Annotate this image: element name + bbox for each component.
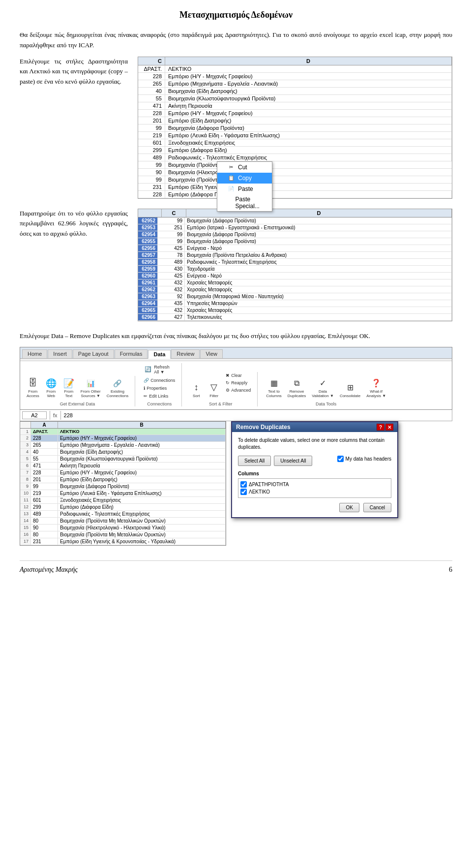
formula-icon: fx bbox=[53, 412, 58, 418]
tab-page-layout[interactable]: Page Layout bbox=[73, 349, 114, 358]
lower-section: A B 1 ΔΡΑΣΤ. ΛΕΚΤΙΚΟ 2 228 Εμπόριο (Η/Υ … bbox=[20, 421, 452, 546]
ribbon-btn-consolidate[interactable]: ⊞ Consolidate bbox=[337, 380, 363, 400]
table-row: 228 Εμπόριο (Η/Υ - Μηχανές Γραφείου) bbox=[138, 73, 452, 80]
dialog-columns-list: ΔΡΑΣΤΗΡΙΟΤΗΤΑ ΛΕΚΤΙΚΟ bbox=[238, 478, 391, 498]
cut-icon: ✂ bbox=[227, 163, 235, 171]
paragraph-4: Επιλέγουμε Data – Remove Duplicates και … bbox=[20, 331, 452, 341]
table-row: 231 Εμπόριο (Είδη Υγιεινής & Κρ... bbox=[138, 184, 452, 191]
table-row: 16 80 Βιομηχανία (Προϊόντα Μη Μεταλλικών… bbox=[20, 531, 226, 538]
ribbon-group-sort-filter: ↕ Sort ▽ Filter ✖ Clear ↻ Reapply bbox=[186, 372, 258, 406]
dialog-title: Remove Duplicates bbox=[236, 424, 291, 431]
table-row: 62961 432 Χερσαίες Μεταφορές bbox=[138, 279, 452, 286]
dialog-select-all-button[interactable]: Select All bbox=[238, 456, 271, 466]
ribbon-btn-connections[interactable]: 🔗 Connections bbox=[141, 377, 177, 384]
ribbon-btn-from-web[interactable]: 🌐 FromWeb bbox=[43, 376, 59, 400]
ribbon-btn-from-access[interactable]: 🗄 FromAccess bbox=[24, 376, 42, 400]
connections-label: Connections bbox=[147, 402, 172, 406]
dialog-ok-button[interactable]: OK bbox=[339, 503, 359, 512]
dialog-area: Remove Duplicates ? ✕ To delete duplicat… bbox=[231, 421, 452, 546]
dialog-title-bar: Remove Duplicates ? ✕ bbox=[232, 422, 397, 432]
page-footer: Αριστομένης Μακρής 6 bbox=[20, 560, 452, 574]
table-row: ΔΡΑΣΤ. ΛΕΚΤΙΚΟ bbox=[138, 65, 452, 73]
data-validation-icon: ✓ bbox=[317, 377, 329, 389]
section-copy-paste: Επιλέγουμε τις στήλες Δραστηριότητα και … bbox=[20, 57, 452, 199]
ribbon-btn-reapply[interactable]: ↻ Reapply bbox=[223, 379, 253, 386]
table1-area: C D ΔΡΑΣΤ. ΛΕΚΤΙΚΟ 228 Εμπόριο (Η/Υ - Μη… bbox=[138, 57, 452, 199]
ribbon-group-connections: 🔄 RefreshAll ▼ 🔗 Connections ℹ Propertie… bbox=[139, 363, 182, 406]
text-row-count: Παρατηρούμε ότι το νέο φύλλο εργασίας πε… bbox=[20, 209, 128, 239]
table-row: 10 219 Εμπόριο (Λευκά Είδη - Υφάσματα Επ… bbox=[20, 490, 226, 497]
table-row: 219 Εμπόριο (Λευκά Είδη - Υφάσματα Επίπλ… bbox=[138, 132, 452, 139]
paragraph-1: Θα δείξουμε πώς δημιουργείται ένας πίνακ… bbox=[20, 30, 452, 51]
ribbon-btn-edit-links[interactable]: ✏ Edit Links bbox=[141, 393, 177, 400]
dialog-close-button[interactable]: ✕ bbox=[385, 424, 393, 431]
context-menu-cut[interactable]: ✂ Cut bbox=[217, 162, 272, 173]
ribbon-btn-remove-duplicates[interactable]: ⧉ RemoveDuplicates bbox=[285, 376, 308, 400]
edit-links-icon: ✏ bbox=[144, 394, 148, 399]
existing-connections-icon: 🔗 bbox=[112, 377, 123, 389]
ribbon-btn-from-other[interactable]: 📊 From OtherSources ▼ bbox=[78, 376, 103, 400]
context-menu-paste-special[interactable]: Paste Special... bbox=[217, 194, 272, 211]
tab-view[interactable]: View bbox=[200, 349, 223, 358]
table-row: 62954 99 Βιομηχανία (Διάφορα Προϊόντα) bbox=[138, 231, 452, 238]
cell-reference[interactable] bbox=[22, 411, 47, 419]
ribbon-btn-refresh-all[interactable]: 🔄 RefreshAll ▼ bbox=[141, 363, 177, 376]
tab-insert[interactable]: Insert bbox=[48, 349, 72, 358]
table-row: 62959 430 Ταχυδρομεία bbox=[138, 266, 452, 273]
table-row: 1 ΔΡΑΣΤ. ΛΕΚΤΙΚΟ bbox=[20, 429, 226, 435]
table-row: 62956 425 Ενέργεια - Νερό bbox=[138, 245, 452, 252]
ribbon-container: Home Insert Page Layout Formulas Data Re… bbox=[20, 347, 452, 410]
table-row: 13 489 Ραδιοφωνικές - Τηλεοπτικές Επιχει… bbox=[20, 511, 226, 518]
tab-home[interactable]: Home bbox=[22, 349, 47, 358]
what-if-icon: ❓ bbox=[370, 377, 382, 389]
dialog-help-button[interactable]: ? bbox=[377, 424, 384, 431]
table-row: 40 Βιομηχανία (Είδη Διατροφής) bbox=[138, 88, 452, 95]
from-text-icon: 📝 bbox=[63, 377, 75, 389]
ribbon-btn-advanced[interactable]: ⚙ Advanced bbox=[223, 387, 253, 394]
table-row: 14 80 Βιομηχανία (Προϊόντα Μη Μεταλλικών… bbox=[20, 518, 226, 525]
table-row: 12 299 Εμπόριο (Διάφορα Είδη) bbox=[20, 504, 226, 511]
data-tools-label: Data Tools bbox=[316, 402, 336, 406]
table-row: 3 265 Εμπόριο (Μηχανήματα - Εργαλεία - Λ… bbox=[20, 442, 226, 449]
ribbon-btn-from-text[interactable]: 📝 FromText bbox=[60, 376, 77, 400]
columns-label: Columns bbox=[238, 471, 391, 476]
ribbon-btn-clear[interactable]: ✖ Clear bbox=[223, 372, 253, 379]
table-row: 99 Βιομηχανία (Προϊόντα Μη Μ... bbox=[138, 176, 452, 184]
tab-data[interactable]: Data bbox=[148, 350, 171, 359]
column-checkbox-lektiko[interactable] bbox=[240, 489, 247, 495]
footer-author: Αριστομένης Μακρής bbox=[20, 566, 78, 574]
ribbon-btn-text-to-columns[interactable]: ▦ Text toColumns bbox=[264, 376, 284, 400]
copy-icon: 📋 bbox=[227, 174, 235, 182]
excel-table-1: C D ΔΡΑΣΤ. ΛΕΚΤΙΚΟ 228 Εμπόριο (Η/Υ - Μη… bbox=[138, 57, 452, 199]
ribbon-btn-properties[interactable]: ℹ Properties bbox=[141, 385, 177, 392]
col-c-header: C bbox=[138, 57, 165, 65]
ribbon-btn-what-if[interactable]: ❓ What-IfAnalysis ▼ bbox=[364, 376, 388, 400]
text-copy-paste: Επιλέγουμε τις στήλες Δραστηριότητα και … bbox=[20, 57, 128, 87]
dialog-body: To delete duplicate values, select one o… bbox=[232, 432, 397, 517]
table-row: 62958 489 Ραδιοφωνικές - Τηλεοπτικές Επι… bbox=[138, 259, 452, 266]
remove-duplicates-dialog: Remove Duplicates ? ✕ To delete duplicat… bbox=[231, 421, 398, 518]
table-row: 5 55 Βιομηχανία (Κλωστοϋφαντουργικά Προϊ… bbox=[20, 456, 226, 463]
my-data-headers-label: My data has headers bbox=[346, 456, 391, 462]
my-data-headers-checkbox[interactable] bbox=[337, 456, 344, 462]
ribbon-btn-existing-connections[interactable]: 🔗 ExistingConnections bbox=[104, 376, 131, 400]
table-row: 489 Ραδιοφωνικές - Τηλεοπτικές Επιχειρήσ… bbox=[138, 154, 452, 161]
tab-formulas[interactable]: Formulas bbox=[115, 349, 148, 358]
table-row: 55 Βιομηχανία (Κλωστοϋφαντουργικά Προϊόν… bbox=[138, 95, 452, 102]
ribbon-btn-data-validation[interactable]: ✓ DataValidation ▼ bbox=[309, 376, 336, 400]
tab-review[interactable]: Review bbox=[171, 349, 200, 358]
dialog-unselect-all-button[interactable]: Unselect All bbox=[274, 456, 312, 466]
ribbon-btn-sort[interactable]: ↕ Sort bbox=[188, 380, 205, 400]
table-row: 601 Ξενοδοχειακές Επιχειρήσεις bbox=[138, 139, 452, 147]
ribbon-btn-filter[interactable]: ▽ Filter bbox=[206, 380, 222, 400]
bottom-spreadsheet: A B 1 ΔΡΑΣΤ. ΛΕΚΤΙΚΟ 2 228 Εμπόριο (Η/Υ … bbox=[20, 421, 226, 546]
column-checkbox-drastiriotita[interactable] bbox=[240, 481, 247, 488]
context-menu-copy[interactable]: 📋 Copy bbox=[217, 173, 272, 184]
table-row: 228 Εμπόριο (Διάφορα Πατά) bbox=[138, 191, 452, 198]
clear-icon: ✖ bbox=[226, 373, 230, 378]
dialog-cancel-button[interactable]: Cancel bbox=[363, 503, 391, 512]
context-menu-paste[interactable]: 📄 Paste bbox=[217, 184, 272, 194]
table-row: 201 Εμπόριο (Είδη Διατροφής) bbox=[138, 117, 452, 124]
table-row: 99 Βιομηχανία (Διάφορα Προϊόντα) bbox=[138, 124, 452, 132]
refresh-icon: 🔄 bbox=[144, 365, 152, 374]
